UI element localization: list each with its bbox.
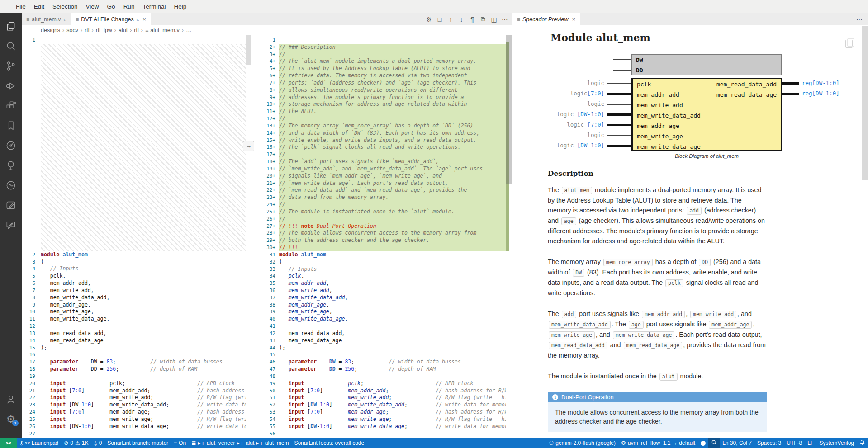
breadcrumb-item[interactable]: designs	[41, 27, 60, 33]
menu-item-edit[interactable]: Edit	[30, 3, 48, 10]
diagram-output-type: reg[DW-1:0]	[802, 80, 840, 86]
status-dvt-toggle[interactable]: ≡On	[171, 438, 189, 448]
menu-item-run[interactable]: Run	[119, 3, 139, 10]
diagram-input-type: logic [DW-1:0]	[512, 111, 604, 118]
annotate-icon[interactable]	[5, 219, 17, 231]
tab-dvt-ai-file-changes[interactable]: ≡DVT AI File Changesc×	[71, 13, 151, 25]
diff-original-pane[interactable]: 12module alut_mem3(4 // Inputs5 pclk,6 m…	[22, 35, 246, 438]
source-control-icon[interactable]	[5, 60, 17, 72]
code-line: 6 mem_addr_add,	[22, 280, 246, 287]
parameter-box: DWDD	[631, 54, 782, 75]
status-sonarlint-branch[interactable]: SonarLint branch: master	[104, 438, 171, 448]
breadcrumb-item[interactable]: rtl_lpw	[96, 27, 112, 33]
status-indentation[interactable]: Spaces: 3	[754, 438, 784, 448]
code-line: 47 parameter DD = 256; // depth of RAM	[255, 366, 506, 373]
map-icon[interactable]: ⧉	[479, 15, 488, 23]
modified-pane-scrollbar[interactable]	[506, 35, 512, 438]
revert-change-arrow-icon[interactable]: →	[243, 141, 254, 151]
status-theme-circle[interactable]	[698, 438, 708, 448]
menu-item-help[interactable]: Help	[170, 3, 190, 10]
status-ai-model[interactable]: ⚇gemini-2.0-flash (google)	[546, 438, 619, 448]
previous-change-icon[interactable]: ↑	[446, 16, 455, 23]
inline-code: mem_addr_age	[709, 321, 752, 329]
explorer-icon[interactable]	[5, 20, 17, 32]
code-line: 31module alut_mem	[255, 251, 506, 259]
description-paragraph: The memory array mem_core_array has a de…	[548, 257, 767, 298]
code-line: 15+// write enable, and write data input…	[255, 137, 506, 144]
file-icon: ≡	[76, 16, 79, 23]
menu-item-file[interactable]: File	[12, 3, 30, 10]
breadcrumb-item[interactable]: alut	[119, 27, 128, 33]
manage-gear-icon[interactable]: ⚙1	[5, 413, 17, 425]
inline-code: DD	[699, 259, 711, 266]
close-icon[interactable]: ×	[572, 16, 575, 23]
code-line: 55 input [DW-1:0] mem_write_data_age; //…	[255, 423, 506, 430]
remote-indicator[interactable]: ><	[0, 438, 17, 448]
next-change-icon[interactable]: ↓	[457, 16, 466, 23]
breadcrumb-file[interactable]: alut_mem.v	[150, 27, 180, 33]
status-cursor-position[interactable]: Ln 30, Col 7	[720, 438, 754, 448]
menu-item-terminal[interactable]: Terminal	[138, 3, 170, 10]
code-line: 50 input [7:0] mem_addr_add; // hash add…	[255, 387, 506, 395]
whitespace-icon[interactable]: ¶	[468, 16, 477, 23]
settings-icon[interactable]: ⚙	[424, 16, 433, 23]
design-tree-icon[interactable]	[5, 160, 17, 171]
code-line: 22+// `mem_read_data_add` and `mem_read_…	[255, 187, 506, 194]
code-line: 25+// The module is instantiated once in…	[255, 208, 506, 216]
close-icon[interactable]: ×	[142, 16, 146, 23]
diagram-input-port: pclk	[637, 81, 651, 88]
status-encoding[interactable]: UTF-8	[784, 438, 805, 448]
tab-specador-preview[interactable]: ≡Specador Preview×	[512, 13, 580, 25]
split-editor-icon[interactable]: ◫	[489, 16, 498, 23]
bookmarks-icon[interactable]	[5, 120, 17, 132]
search-icon[interactable]	[5, 40, 17, 52]
code-line: 5 pclk,	[22, 273, 246, 280]
menu-item-view[interactable]: View	[82, 3, 103, 10]
more-actions-icon[interactable]: ⋯	[500, 16, 509, 23]
run-debug-icon[interactable]	[5, 80, 17, 92]
status-uvm-flow[interactable]: ⚙uvm_ref_flow_1.1 → default	[618, 438, 698, 448]
diff-editor-group: ≡alut_mem.vc≡DVT AI File Changesc× ⚙□↑↓¶…	[22, 13, 512, 438]
tab-alut-mem-v[interactable]: ≡alut_mem.vc	[22, 13, 71, 25]
edit-note-icon[interactable]	[5, 199, 17, 211]
diff-modified-pane[interactable]: 12+// ### Description3+//4+// The `alut_…	[255, 35, 506, 438]
code-line: 30+// !!!	[255, 244, 506, 251]
waveform-chat-icon[interactable]	[5, 179, 17, 191]
preview-content[interactable]: Module alut_mem DWDDpclkmem_addr_addmem_…	[512, 25, 868, 438]
status-language-mode[interactable]: SystemVerilog	[816, 438, 857, 448]
extensions-icon[interactable]	[5, 100, 17, 112]
code-line: 37 mem_write_data_add,	[255, 294, 506, 302]
status-launchpad[interactable]: ⚷⚯Launchpad	[17, 438, 61, 448]
account-icon[interactable]	[5, 393, 17, 405]
info-icon: i	[552, 394, 558, 400]
breadcrumb-item[interactable]: rtl	[85, 27, 89, 33]
preview-scrollbar[interactable]	[862, 25, 868, 438]
copy-diagram-icon[interactable]	[845, 40, 853, 48]
breadcrumb-item[interactable]: rtl	[134, 27, 138, 33]
menu-item-go[interactable]: Go	[103, 3, 119, 10]
status-sonarlint-focus[interactable]: SonarLint focus: overall code	[291, 438, 367, 448]
timing-check-icon[interactable]	[5, 140, 17, 151]
code-line: 25 input mem_write_age; // R/W flag (wri…	[22, 416, 246, 423]
inline-view-icon[interactable]: □	[435, 16, 444, 23]
breadcrumb[interactable]: designs›socv›rtl›rtl_lpw›alut›rtl›≡alut_…	[22, 25, 512, 35]
original-pane-scrollbar[interactable]	[246, 35, 252, 438]
breadcrumb-item[interactable]: socv	[66, 27, 78, 33]
status-design-hierarchy[interactable]: ≣▶i_alut_veneer▶i_alut▶i_alut_mem	[189, 438, 291, 448]
inline-code: add	[687, 207, 702, 215]
code-line: 12	[22, 323, 246, 330]
status-ports-indicator[interactable]: ⍙0	[91, 438, 104, 448]
code-line: 3(	[22, 259, 246, 266]
status-eol[interactable]: LF	[805, 438, 816, 448]
more-actions-icon[interactable]: ⋯	[856, 16, 863, 23]
status-notifications[interactable]	[857, 438, 868, 448]
deleted-region-hatch	[41, 44, 246, 251]
diagram-input-port: mem_write_data_age	[637, 143, 701, 150]
code-line: 3+//	[255, 51, 506, 58]
status-problems[interactable]: ⊘0⚠1K	[61, 438, 91, 448]
status-search-indicator[interactable]	[708, 438, 720, 448]
code-line: 6+// retrieve data. The memory is access…	[255, 72, 506, 80]
menu-item-selection[interactable]: Selection	[48, 3, 82, 10]
code-line: 17 parameter DW = 83; // width of data b…	[22, 358, 246, 366]
description-paragraph: The alut_mem module implements a dual-po…	[548, 185, 767, 246]
